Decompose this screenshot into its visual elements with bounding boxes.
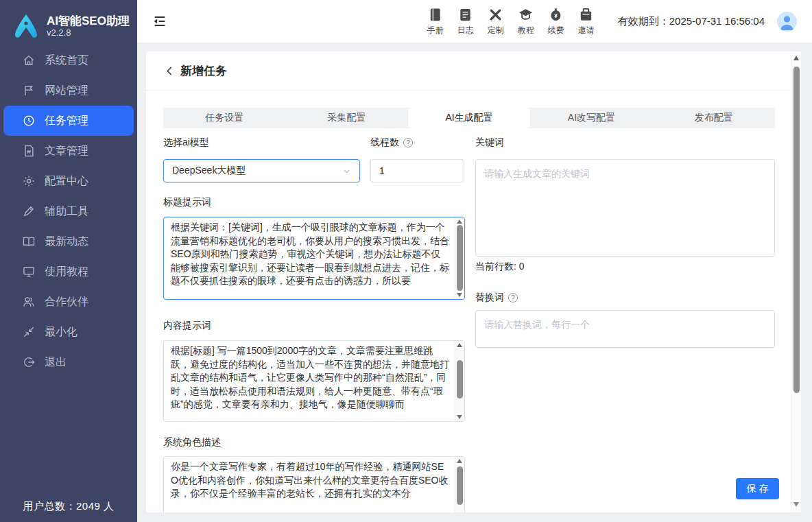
news-icon — [22, 235, 36, 248]
sidebar-item-minimize[interactable]: 最小化 — [0, 317, 137, 347]
system-role-textarea[interactable]: 你是一个文章写作专家，有着超过10年的写作经验，精通网站SEO优化和内容创作，你… — [163, 456, 465, 512]
tab-task-settings[interactable]: 任务设置 — [163, 108, 285, 128]
invite-icon — [578, 7, 594, 23]
chevron-down-icon — [342, 167, 351, 176]
topbar: 手册 日志 定制 教程 ¥ 续费 邀请 有效期到：2025-07-31 16:5… — [137, 0, 812, 43]
scrollbar-thumb[interactable] — [457, 466, 463, 505]
threads-help-icon[interactable] — [403, 138, 413, 147]
content-prompt-text: 根据[标题] 写一篇1500到2000字的文章，文章需要注重思维跳跃，避免过度的… — [164, 341, 454, 421]
system-role-scrollbar — [454, 457, 464, 512]
sidebar-item-label: 辅助工具 — [45, 204, 88, 219]
sidebar-item-label: 最新动态 — [45, 235, 88, 249]
sidebar-item-label: 配置中心 — [45, 174, 88, 189]
scroll-up-icon[interactable] — [457, 220, 462, 224]
scroll-up-icon[interactable] — [457, 459, 462, 463]
action-label: 续费 — [548, 25, 564, 36]
model-select[interactable]: DeepSeek大模型 — [163, 159, 360, 182]
keywords-placeholder: 请输入生成文章的关键词 — [476, 160, 774, 256]
scroll-down-icon[interactable] — [793, 502, 799, 507]
sidebar-item-label: 退出 — [45, 355, 67, 370]
sidebar-item-label: 最小化 — [45, 325, 77, 340]
article-icon — [22, 144, 36, 158]
app-version: v2.2.8 — [47, 28, 130, 38]
sidebar-collapse-button[interactable] — [152, 14, 167, 29]
sidebar-item-websites[interactable]: 网站管理 — [0, 75, 137, 106]
scroll-down-icon[interactable] — [457, 293, 462, 297]
scrollbar-thumb[interactable] — [793, 67, 800, 393]
model-select-value: DeepSeek大模型 — [172, 165, 246, 177]
tab-ai-rewrite-config[interactable]: AI改写配置 — [530, 108, 652, 128]
back-button[interactable] — [164, 65, 176, 77]
sidebar-item-label: 网站管理 — [45, 84, 88, 98]
app-logo-icon — [11, 12, 41, 41]
manual-button[interactable]: 手册 — [420, 7, 451, 36]
system-role-label: 系统角色描述 — [163, 436, 221, 449]
scrollbar-thumb[interactable] — [457, 360, 463, 399]
model-label: 选择ai模型 — [163, 137, 209, 149]
action-label: 教程 — [518, 25, 534, 36]
replace-help-icon[interactable] — [508, 293, 518, 302]
keywords-label: 关键词 — [475, 137, 504, 149]
logout-icon — [22, 355, 36, 369]
sidebar-item-partners[interactable]: 合作伙伴 — [0, 287, 137, 317]
custom-icon — [488, 7, 503, 23]
title-prompt-textarea[interactable]: 根据关键词：[关键词]，生成一个吸引眼球的文章标题，作为一个流量营销和标题优化的… — [163, 217, 465, 300]
custom-button[interactable]: 定制 — [481, 7, 511, 36]
scroll-up-icon[interactable] — [793, 56, 799, 60]
scroll-down-icon[interactable] — [457, 415, 462, 419]
config-tabs: 任务设置 采集配置 AI生成配置 AI改写配置 发布配置 — [163, 108, 775, 128]
config-icon — [22, 174, 36, 188]
app-logo: AI智能SEO助理 v2.2.8 — [0, 0, 137, 44]
tools-icon — [22, 204, 36, 218]
renew-icon: ¥ — [548, 7, 564, 23]
renew-button[interactable]: ¥ 续费 — [541, 7, 571, 36]
sidebar: AI智能SEO助理 v2.2.8 系统首页 网站管理 任务管理 文章管理 配置中… — [0, 0, 137, 522]
home-icon — [22, 54, 36, 67]
sidebar-item-news[interactable]: 最新动态 — [0, 226, 137, 257]
sidebar-item-label: 任务管理 — [45, 114, 88, 128]
tab-collect-config[interactable]: 采集配置 — [285, 108, 407, 128]
content-prompt-textarea[interactable]: 根据[标题] 写一篇1500到2000字的文章，文章需要注重思维跳跃，避免过度的… — [163, 340, 465, 422]
sidebar-item-config[interactable]: 配置中心 — [0, 166, 137, 196]
sidebar-item-articles[interactable]: 文章管理 — [0, 136, 137, 166]
content-prompt-scrollbar — [454, 341, 464, 421]
title-prompt-text: 根据关键词：[关键词]，生成一个吸引眼球的文章标题，作为一个流量营销和标题优化的… — [164, 217, 454, 299]
log-button[interactable]: 日志 — [451, 7, 481, 36]
user-icon — [777, 12, 797, 32]
title-prompt-label: 标题提示词 — [163, 196, 211, 209]
replace-label-row: 替换词 — [475, 292, 518, 304]
svg-text:¥: ¥ — [554, 12, 558, 19]
title-prompt-scrollbar — [454, 217, 464, 299]
threads-label-row: 线程数 — [370, 137, 413, 149]
course-icon — [518, 7, 534, 23]
scroll-up-icon[interactable] — [457, 343, 462, 347]
manual-icon — [427, 7, 443, 23]
save-button[interactable]: 保 存 — [736, 478, 779, 499]
replace-words-textarea[interactable]: 请输入替换词，每行一个 — [475, 310, 775, 348]
page-title: 新增任务 — [180, 63, 227, 79]
tab-ai-generate-config[interactable]: AI生成配置 — [408, 108, 530, 128]
content-prompt-label: 内容提示词 — [163, 320, 211, 332]
minimize-icon — [22, 325, 36, 339]
threads-input[interactable]: 1 — [370, 159, 464, 182]
tutorial-icon — [22, 265, 36, 278]
sidebar-item-label: 使用教程 — [45, 265, 88, 279]
replace-words-placeholder: 请输入替换词，每行一个 — [476, 311, 774, 347]
course-button[interactable]: 教程 — [511, 7, 541, 36]
sidebar-item-label: 合作伙伴 — [45, 295, 88, 309]
keywords-textarea[interactable]: 请输入生成文章的关键词 — [475, 159, 775, 257]
sidebar-item-tools[interactable]: 辅助工具 — [0, 196, 137, 226]
sidebar-item-tutorial[interactable]: 使用教程 — [0, 257, 137, 287]
sidebar-item-logout[interactable]: 退出 — [0, 347, 137, 377]
scrollbar-thumb[interactable] — [457, 225, 463, 291]
expiry-date: 有效期到：2025-07-31 16:56:04 — [618, 15, 765, 28]
sidebar-item-tasks[interactable]: 任务管理 — [3, 106, 134, 136]
invite-button[interactable]: 邀请 — [571, 7, 601, 36]
sidebar-item-home[interactable]: 系统首页 — [0, 45, 137, 75]
action-label: 手册 — [427, 25, 444, 36]
avatar[interactable] — [777, 12, 797, 32]
tab-publish-config[interactable]: 发布配置 — [653, 108, 775, 128]
replace-words-label: 替换词 — [475, 292, 504, 304]
page-scrollbar — [791, 51, 801, 512]
line-count: 当前行数: 0 — [475, 261, 525, 273]
